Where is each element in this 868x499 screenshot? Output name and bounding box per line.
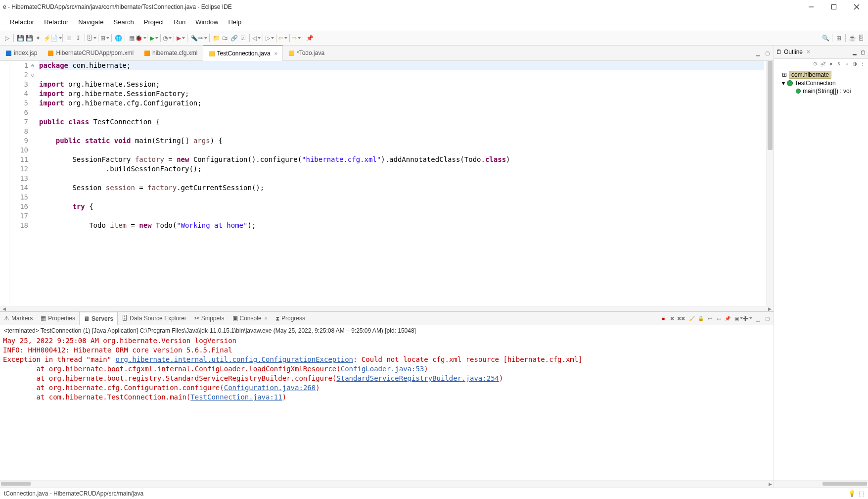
close-button[interactable]	[845, 0, 868, 14]
tab-close-icon[interactable]: ×	[274, 50, 277, 56]
show-console-icon[interactable]: ▭	[715, 315, 722, 322]
word-wrap-icon[interactable]: ↩	[706, 315, 713, 322]
scroll-left-icon[interactable]: ◀	[0, 306, 8, 311]
folder-sync-icon[interactable]: 🗂	[221, 34, 229, 42]
view-maximize-icon[interactable]: ▢	[764, 315, 771, 322]
editor-horizontal-scrollbar[interactable]: ◀ ▶	[0, 306, 774, 311]
sort-icon[interactable]: ↧	[74, 34, 82, 42]
outline-scroll-thumb[interactable]	[822, 482, 867, 486]
console-output[interactable]: May 25, 2022 9:25:08 AM org.hibernate.Ve…	[0, 336, 774, 480]
folding-gutter[interactable]: ⊖⊖	[31, 61, 37, 306]
view-close-icon[interactable]: ×	[265, 315, 268, 321]
run-dropdown[interactable]: ▶	[150, 34, 158, 42]
hide-nonpublic-icon[interactable]: ○	[843, 60, 850, 67]
expand-icon[interactable]: ▾	[782, 80, 785, 87]
outline-min-icon[interactable]: ▁	[851, 49, 858, 55]
stack-trace-link[interactable]: TestConnection.java:11	[190, 393, 282, 401]
link-icon[interactable]: 🔗	[230, 34, 238, 42]
server-dropdown[interactable]: 🗄	[88, 34, 95, 42]
folder-icon[interactable]: 📁	[212, 34, 220, 42]
outline-close-icon[interactable]: ×	[807, 49, 810, 55]
toggle-icon[interactable]: ≣	[65, 34, 73, 42]
scroll-lock-icon[interactable]: 🔒	[697, 315, 704, 322]
menu-run[interactable]: Run	[169, 16, 190, 28]
menu-window[interactable]: Window	[190, 16, 223, 28]
pin-editor-icon[interactable]: 📌	[306, 34, 314, 42]
open-perspective-icon[interactable]: ⊞	[835, 34, 843, 42]
console-scroll-right-icon[interactable]: ▶	[767, 481, 774, 488]
outline-package[interactable]: ⊞com.hibernate	[775, 70, 867, 79]
editor-tab[interactable]: 🟧hibernate.cfg.xml	[138, 46, 202, 60]
outline-horizontal-scrollbar[interactable]	[774, 480, 868, 488]
ext-tools-dropdown[interactable]: ▶	[177, 34, 184, 42]
stack-trace-link[interactable]: org.hibernate.internal.util.config.Confi…	[116, 355, 353, 363]
bottom-tab-markers[interactable]: ⚠Markers	[0, 312, 37, 325]
wand-icon[interactable]: ✦	[34, 34, 42, 42]
overview-ruler[interactable]	[766, 61, 774, 306]
outline-max-icon[interactable]: ▢	[859, 49, 866, 55]
menu-help[interactable]: Help	[223, 16, 246, 28]
outline-class[interactable]: ▾TestConnection	[775, 79, 867, 87]
hide-fields-icon[interactable]: ●	[827, 60, 834, 67]
fwd-small-dropdown[interactable]: ▷	[266, 34, 274, 42]
play-icon[interactable]: ▷	[3, 34, 11, 42]
menu-navigate[interactable]: Navigate	[73, 16, 108, 28]
terminate-icon[interactable]: ■	[660, 315, 667, 322]
debug-dropdown[interactable]: 🐞	[137, 34, 144, 42]
display-console-dropdown[interactable]: ▣	[735, 315, 742, 322]
stack-trace-link[interactable]: StandardServiceRegistryBuilder.java:254	[336, 374, 499, 382]
scroll-right-icon[interactable]: ▶	[766, 306, 774, 311]
clear-console-icon[interactable]: 🧹	[688, 315, 695, 322]
perspective-jee-icon[interactable]: 🗄	[857, 34, 865, 42]
status-tip-icon[interactable]: 💡	[848, 490, 856, 497]
menu-refactor[interactable]: Refactor	[5, 16, 39, 28]
back-small-dropdown[interactable]: ◁	[252, 34, 260, 42]
editor-tab[interactable]: 🟨*Todo.java	[283, 46, 329, 60]
wand-dropdown[interactable]: ✏	[199, 34, 207, 42]
bottom-tab-servers[interactable]: 🖥Servers	[79, 312, 118, 325]
menu-project[interactable]: Project	[139, 16, 169, 28]
outline-tree[interactable]: ⊞com.hibernate ▾TestConnection main(Stri…	[774, 68, 868, 97]
save-icon[interactable]: 💾	[16, 34, 24, 42]
editor-minimize-icon[interactable]: ▁	[755, 50, 762, 56]
bottom-tab-properties[interactable]: ▦Properties	[37, 312, 79, 325]
minimize-button[interactable]	[800, 0, 822, 14]
new-dropdown[interactable]: 📄	[52, 34, 60, 42]
stack-trace-link[interactable]: ConfigLoader.java:53	[341, 365, 424, 373]
search-toolbar-icon[interactable]: 🔍	[822, 34, 829, 42]
focus-icon[interactable]: ⊙	[812, 60, 819, 67]
browser-dropdown[interactable]: ⊞	[101, 34, 109, 42]
bottom-tab-console[interactable]: ▣Console×	[228, 312, 272, 325]
save-all-icon[interactable]: 💾	[25, 34, 33, 42]
console-scroll-thumb[interactable]	[1, 482, 31, 486]
coverage-dropdown[interactable]: ◔	[163, 34, 171, 42]
status-updates-icon[interactable]: ⬚	[859, 490, 864, 497]
maximize-button[interactable]	[822, 0, 845, 14]
globe-icon[interactable]: 🌐	[114, 34, 122, 42]
stack-trace-link[interactable]: Configuration.java:260	[224, 384, 316, 392]
hide-local-icon[interactable]: ◑	[851, 60, 858, 67]
sort-az-icon[interactable]: a̲z	[820, 60, 826, 67]
view-menu-icon[interactable]: ⋮	[859, 60, 866, 67]
editor-tab[interactable]: 🟦index.jsp	[0, 46, 42, 60]
editor-tab[interactable]: 🟨TestConnection.java×	[203, 45, 283, 61]
pin-console-icon[interactable]: 📌	[724, 315, 731, 322]
code-area[interactable]: package com.hibernate; import org.hibern…	[37, 61, 766, 230]
menu-search[interactable]: Search	[109, 16, 139, 28]
flashlight-icon[interactable]: 🔦	[190, 34, 198, 42]
perspective-java-icon[interactable]: ☕	[848, 34, 856, 42]
outline-method[interactable]: main(String[]) : voi	[775, 87, 867, 95]
console-horizontal-scrollbar[interactable]: ◀ ▶	[0, 480, 774, 488]
menu-refactor[interactable]: Refactor	[39, 16, 73, 28]
editor-maximize-icon[interactable]: ▢	[764, 50, 771, 56]
editor[interactable]: 123456789101112131415161718 ⊖⊖ package c…	[0, 61, 774, 306]
back-dropdown[interactable]: ⇦	[279, 34, 287, 42]
forward-dropdown[interactable]: ⇨	[292, 34, 300, 42]
task-icon[interactable]: ☑	[239, 34, 247, 42]
bottom-tab-data-source-explorer[interactable]: 🗄Data Source Explorer	[118, 312, 190, 325]
editor-tab[interactable]: 🟧HibernateCRUDApp/pom.xml	[42, 46, 138, 60]
open-console-dropdown[interactable]: ➕	[744, 315, 751, 322]
bottom-tab-progress[interactable]: ⧗Progress	[272, 312, 309, 325]
view-minimize-icon[interactable]: ▁	[755, 315, 762, 322]
hide-static-icon[interactable]: s	[835, 60, 842, 67]
